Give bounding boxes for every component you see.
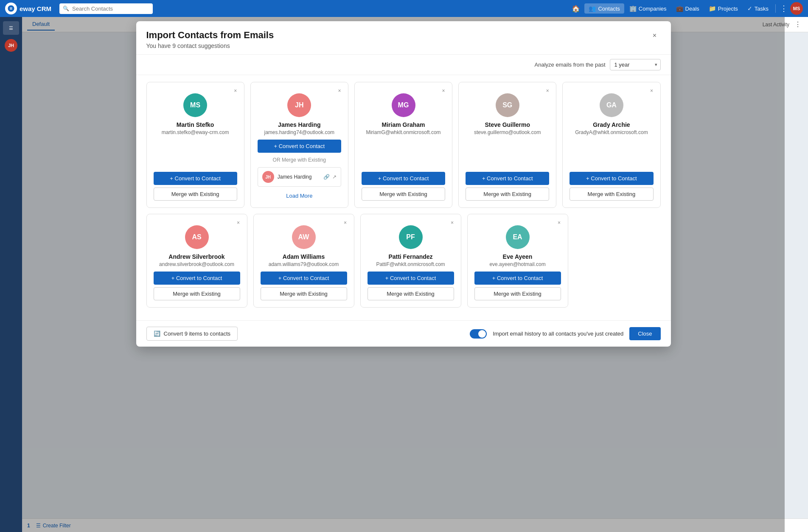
toggle-knob bbox=[478, 330, 486, 338]
modal-subtitle: You have 9 contact suggestions bbox=[146, 42, 274, 49]
card-close-martin[interactable]: × bbox=[231, 87, 240, 95]
page-content: Default Last Activity ⋮ Import Contacts … bbox=[22, 17, 808, 532]
merge-link-actions: 🔗 ↗ bbox=[323, 174, 337, 180]
topbar-divider bbox=[775, 4, 776, 13]
convert-patti-button[interactable]: + Convert to Contact bbox=[368, 272, 454, 285]
actions-james: + Convert to Contact OR Merge with Exist… bbox=[258, 140, 341, 201]
import-history-toggle[interactable] bbox=[470, 329, 487, 339]
name-miriam: Miriam Graham bbox=[382, 121, 425, 128]
merge-avatar-james: JH bbox=[262, 171, 274, 183]
close-modal-button[interactable]: Close bbox=[629, 327, 660, 340]
actions-eve: + Convert to Contact Merge with Existing bbox=[474, 272, 561, 300]
modal-overlay: Import Contacts from Emails You have 9 c… bbox=[22, 17, 785, 532]
email-grady: GradyA@whklt.onmicrosoft.com bbox=[575, 129, 648, 135]
search-input[interactable] bbox=[59, 3, 153, 14]
contact-card-miriam-graham: × MG Miriam Graham MiriamG@whklt.onmicro… bbox=[354, 82, 452, 208]
contact-card-patti: × PF Patti Fernandez PattiF@whklt.onmicr… bbox=[360, 214, 461, 308]
analyze-label: Analyze emails from the past bbox=[535, 62, 606, 68]
name-steve: Steve Guillermo bbox=[485, 121, 530, 128]
link-icon[interactable]: 🔗 bbox=[323, 174, 330, 180]
avatar-eve: EA bbox=[506, 225, 530, 249]
card-close-miriam[interactable]: × bbox=[439, 87, 448, 95]
companies-nav-icon: 🏢 bbox=[629, 5, 637, 12]
deals-nav-icon: 💼 bbox=[676, 5, 683, 12]
sidebar-user-avatar[interactable]: JH bbox=[5, 39, 17, 52]
email-adam: adam.williams79@outlook.com bbox=[269, 261, 339, 267]
merge-andrew-button[interactable]: Merge with Existing bbox=[154, 287, 240, 300]
card-close-patti[interactable]: × bbox=[448, 218, 457, 227]
app-logo[interactable]: eway CRM bbox=[5, 3, 56, 14]
email-eve: eve.ayeen@hotmail.com bbox=[489, 261, 545, 267]
email-miriam: MiriamG@whklt.onmicrosoft.com bbox=[366, 129, 440, 135]
email-patti: PattiF@whklt.onmicrosoft.com bbox=[376, 261, 445, 267]
merge-grady-button[interactable]: Merge with Existing bbox=[570, 188, 653, 201]
avatar-andrew: AS bbox=[185, 225, 209, 249]
external-link-icon[interactable]: ↗ bbox=[332, 174, 337, 180]
merge-steve-button[interactable]: Merge with Existing bbox=[466, 188, 549, 201]
merge-martin-button[interactable]: Merge with Existing bbox=[154, 188, 237, 201]
merge-eve-button[interactable]: Merge with Existing bbox=[474, 287, 561, 300]
convert-martin-button[interactable]: + Convert to Contact bbox=[154, 172, 237, 185]
card-close-grady[interactable]: × bbox=[648, 87, 656, 95]
year-select[interactable]: 1 year 6 months 3 months 1 month bbox=[610, 59, 661, 70]
contact-card-andrew: × AS Andrew Silverbrook andrew.silverbro… bbox=[146, 214, 247, 308]
card-close-eve[interactable]: × bbox=[555, 218, 564, 227]
convert-adam-button[interactable]: + Convert to Contact bbox=[261, 272, 347, 285]
name-patti: Patti Fernandez bbox=[388, 253, 432, 260]
logo-icon bbox=[5, 3, 17, 14]
convert-grady-button[interactable]: + Convert to Contact bbox=[570, 172, 653, 185]
modal-header-text: Import Contacts from Emails You have 9 c… bbox=[146, 30, 274, 49]
home-icon[interactable]: 🏠 bbox=[568, 3, 584, 14]
actions-grady: + Convert to Contact Merge with Existing bbox=[570, 172, 653, 201]
user-avatar[interactable]: MS bbox=[790, 2, 803, 15]
convert-all-button[interactable]: 🔄 Convert 9 items to contacts bbox=[146, 327, 238, 341]
card-close-andrew[interactable]: × bbox=[234, 218, 243, 227]
contact-card-martin-stefko: × MS Martin Stefko martin.stefko@eway-cr… bbox=[146, 82, 244, 208]
convert-eve-button[interactable]: + Convert to Contact bbox=[474, 272, 561, 285]
modal-body: × MS Martin Stefko martin.stefko@eway-cr… bbox=[136, 75, 671, 320]
contact-card-james-harding: × JH James Harding james.harding74@outlo… bbox=[250, 82, 348, 208]
nav-tasks[interactable]: ✓ Tasks bbox=[743, 3, 773, 14]
merge-adam-button[interactable]: Merge with Existing bbox=[261, 287, 347, 300]
cards-row-2: × AS Andrew Silverbrook andrew.silverbro… bbox=[146, 214, 661, 308]
import-contacts-modal: Import Contacts from Emails You have 9 c… bbox=[136, 21, 671, 347]
nav-deals[interactable]: 💼 Deals bbox=[672, 3, 704, 14]
nav-companies[interactable]: 🏢 Companies bbox=[625, 3, 671, 14]
contact-card-eve: × EA Eve Ayeen eve.ayeen@hotmail.com + C… bbox=[467, 214, 568, 308]
footer-right: Import email history to all contacts you… bbox=[470, 327, 660, 340]
convert-all-label: Convert 9 items to contacts bbox=[164, 330, 231, 337]
contact-card-adam: × AW Adam Williams adam.williams79@outlo… bbox=[253, 214, 354, 308]
merge-miriam-button[interactable]: Merge with Existing bbox=[362, 188, 445, 201]
name-grady: Grady Archie bbox=[593, 121, 630, 128]
email-andrew: andrew.silverbrook@outlook.com bbox=[159, 261, 234, 267]
topbar-nav: 🏠 👥 Contacts 🏢 Companies 💼 Deals 📁 Proje… bbox=[568, 2, 803, 15]
convert-andrew-button[interactable]: + Convert to Contact bbox=[154, 272, 240, 285]
convert-james-button[interactable]: + Convert to Contact bbox=[258, 140, 341, 153]
email-james: james.harding74@outlook.com bbox=[264, 129, 335, 135]
actions-martin: + Convert to Contact Merge with Existing bbox=[154, 172, 237, 201]
nav-projects[interactable]: 📁 Projects bbox=[704, 3, 742, 14]
projects-nav-icon: 📁 bbox=[709, 5, 716, 12]
avatar-steve: SG bbox=[496, 93, 519, 117]
card-close-steve[interactable]: × bbox=[543, 87, 552, 95]
modal-close-button[interactable]: × bbox=[649, 30, 661, 42]
load-more-button[interactable]: Load More bbox=[258, 191, 341, 201]
tabs-more-button[interactable]: ⋮ bbox=[793, 19, 803, 30]
search-icon: 🔍 bbox=[63, 6, 69, 11]
convert-miriam-button[interactable]: + Convert to Contact bbox=[362, 172, 445, 185]
convert-steve-button[interactable]: + Convert to Contact bbox=[466, 172, 549, 185]
name-eve: Eve Ayeen bbox=[503, 253, 533, 260]
main-layout: ☰ JH Default Last Activity ⋮ Import Cont… bbox=[0, 17, 808, 532]
actions-steve: + Convert to Contact Merge with Existing bbox=[466, 172, 549, 201]
email-martin: martin.stefko@eway-crm.com bbox=[162, 129, 229, 135]
convert-all-icon: 🔄 bbox=[154, 330, 160, 337]
nav-contacts[interactable]: 👥 Contacts bbox=[584, 3, 624, 14]
card-close-james[interactable]: × bbox=[335, 87, 344, 95]
card-close-adam[interactable]: × bbox=[341, 218, 350, 227]
contact-card-grady-archie: × GA Grady Archie GradyA@whklt.onmicroso… bbox=[562, 82, 660, 208]
more-options-button[interactable]: ⋮ bbox=[778, 2, 789, 15]
sidebar-nav-button[interactable]: ☰ bbox=[3, 21, 19, 35]
year-select-wrapper: 1 year 6 months 3 months 1 month ▾ bbox=[610, 59, 661, 70]
name-james: James Harding bbox=[278, 121, 320, 128]
merge-patti-button[interactable]: Merge with Existing bbox=[368, 287, 454, 300]
